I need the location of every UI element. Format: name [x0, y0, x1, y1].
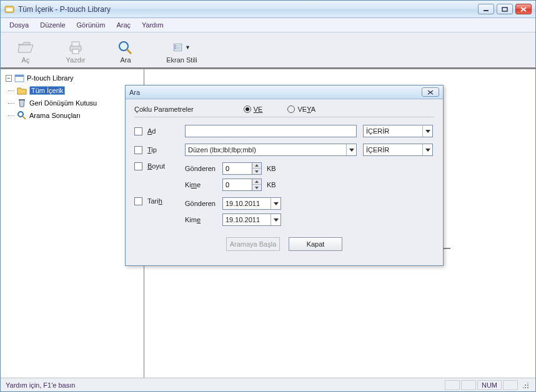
label-date-to: Kime — [185, 216, 222, 223]
label-type: Tip — [147, 146, 185, 154]
chevron-down-icon — [422, 125, 432, 137]
svg-point-21 — [18, 112, 23, 117]
input-name[interactable] — [185, 125, 357, 137]
chevron-down-icon — [346, 144, 356, 155]
toolbar-open[interactable]: Aç — [7, 40, 44, 64]
spin-down-icon[interactable] — [252, 185, 261, 190]
status-cell-4 — [503, 380, 518, 390]
magnifier-small-icon — [17, 110, 27, 120]
svg-line-10 — [127, 49, 131, 54]
start-search-button[interactable]: Aramaya Başla — [226, 237, 280, 251]
menu-tool[interactable]: Araç — [111, 20, 136, 30]
menu-edit[interactable]: Düzenle — [35, 20, 70, 30]
label-size-from: Gönderen — [185, 165, 222, 172]
unit-kb: KB — [267, 165, 276, 172]
select-name-op[interactable]: İÇERİR — [363, 125, 433, 137]
spin-down-icon[interactable] — [252, 169, 261, 174]
close-dialog-button[interactable]: Kapat — [289, 237, 342, 251]
label-date: Tarih — [147, 197, 185, 205]
app-icon — [4, 4, 14, 14]
tree-search-results[interactable]: Arama Sonuçları — [16, 109, 140, 122]
dialog-body: Çoklu Parametreler VE VEYA Ad İÇERİR — [126, 99, 443, 265]
select-type-op-value: İÇERİR — [366, 146, 389, 154]
check-type[interactable] — [134, 146, 142, 154]
multi-params-label: Çoklu Parametreler — [134, 105, 194, 113]
radio-and-label: VE — [254, 105, 263, 113]
tree-panel: − P-touch Library Tüm İçerik Geri Dönüşü… — [1, 69, 144, 378]
date-from[interactable]: 19.10.2011 — [222, 197, 281, 210]
tree-recycle[interactable]: Geri Dönüşüm Kutusu — [16, 97, 140, 109]
library-icon — [14, 73, 24, 83]
maximize-button[interactable] — [497, 4, 513, 14]
statusbar: Yardım için, F1'e basın NUM — [1, 378, 535, 391]
tree-all-content-label: Tüm İçerik — [29, 86, 65, 95]
search-dialog: Ara Çoklu Parametreler VE VEYA Ad — [125, 85, 444, 266]
chevron-down-icon: ▼ — [185, 44, 191, 51]
svg-rect-16 — [175, 47, 176, 47]
recycle-icon — [17, 98, 27, 108]
check-name[interactable] — [134, 127, 142, 135]
toolbar-print[interactable]: Yazdır — [57, 40, 94, 64]
label-size-to: Kime — [185, 181, 222, 189]
menu-view[interactable]: Görünüm — [72, 20, 111, 30]
tree-search-results-label: Arama Sonuçları — [29, 112, 81, 119]
folder-icon — [17, 86, 27, 96]
date-from-value: 19.10.2011 — [226, 200, 260, 207]
printer-icon — [67, 40, 84, 55]
menubar: Dosya Düzenle Görünüm Araç Yardım — [1, 18, 535, 32]
menu-file[interactable]: Dosya — [4, 20, 34, 30]
tree-recycle-label: Geri Dönüşüm Kutusu — [29, 99, 97, 107]
spin-up-icon[interactable] — [252, 163, 261, 169]
toolbar-open-label: Aç — [22, 56, 30, 64]
spin-size-to[interactable] — [222, 179, 262, 191]
check-date[interactable] — [134, 197, 142, 205]
dialog-close-button[interactable] — [422, 87, 439, 97]
magnifier-icon — [117, 40, 134, 55]
status-num: NUM — [477, 380, 502, 390]
menu-help[interactable]: Yardım — [137, 20, 169, 30]
unit-kb: KB — [267, 181, 276, 189]
dialog-title: Ara — [129, 89, 422, 96]
titlebar: Tüm İçerik - P-touch Library — [1, 1, 535, 18]
status-help-text: Yardım için, F1'e basın — [6, 381, 75, 389]
svg-rect-3 — [502, 7, 507, 11]
radio-or[interactable]: VEYA — [287, 105, 315, 113]
window-title: Tüm İçerik - P-touch Library — [18, 5, 478, 14]
svg-point-9 — [119, 42, 128, 51]
resize-grip[interactable] — [520, 380, 530, 390]
date-to[interactable]: 19.10.2011 — [222, 213, 281, 226]
svg-rect-20 — [19, 99, 25, 100]
select-type[interactable]: Düzen (lbx;lbl;lbp;mbl) — [185, 144, 357, 156]
svg-rect-8 — [72, 49, 79, 54]
chevron-down-icon — [422, 144, 432, 155]
list-style-icon: ▼ — [173, 40, 191, 55]
tree-root-label: P-touch Library — [27, 74, 74, 82]
spin-size-from[interactable] — [222, 162, 262, 175]
svg-rect-17 — [175, 48, 176, 49]
input-size-from[interactable] — [222, 162, 252, 175]
label-size: Boyut — [147, 162, 185, 170]
select-type-value: Düzen (lbx;lbl;lbp;mbl) — [188, 146, 256, 154]
status-cell-2 — [461, 380, 476, 390]
svg-rect-7 — [72, 42, 79, 46]
status-cell-1 — [445, 380, 460, 390]
tree-root[interactable]: − P-touch Library — [4, 72, 140, 84]
spin-up-icon[interactable] — [252, 179, 261, 185]
folder-open-icon — [17, 40, 34, 55]
select-type-op[interactable]: İÇERİR — [363, 144, 433, 156]
toolbar-search[interactable]: Ara — [107, 40, 144, 64]
toolbar-viewstyle[interactable]: ▼ Ekran Stili — [157, 40, 207, 64]
minimize-button[interactable] — [478, 4, 494, 14]
radio-and[interactable]: VE — [244, 105, 263, 113]
input-size-to[interactable] — [222, 179, 252, 191]
close-button[interactable] — [515, 4, 532, 14]
check-size[interactable] — [134, 162, 142, 170]
svg-line-22 — [22, 116, 26, 119]
toolbar-print-label: Yazdır — [66, 56, 86, 64]
tree-all-content[interactable]: Tüm İçerik — [16, 84, 140, 97]
svg-rect-19 — [15, 75, 24, 77]
dialog-titlebar: Ara — [126, 86, 443, 99]
collapse-icon[interactable]: − — [6, 75, 12, 82]
toolbar-viewstyle-label: Ekran Stili — [166, 56, 197, 64]
toolbar: Aç Yazdır Ara ▼ Ekran Stili — [1, 32, 535, 69]
